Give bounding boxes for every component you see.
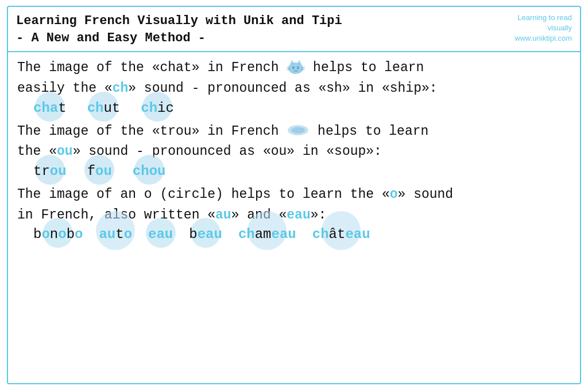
word-chut: chut	[87, 100, 121, 116]
ch-highlight: ch	[113, 81, 129, 96]
title-line1: Learning French Visually with Unik and T…	[16, 14, 342, 28]
ou-highlight: ou	[57, 144, 73, 159]
word-bonobo: bonobo	[33, 227, 83, 242]
word-eau: eau	[148, 227, 173, 242]
svg-point-11	[291, 127, 305, 133]
eau-highlight: eau	[287, 208, 310, 223]
word-chateau: château	[312, 227, 370, 242]
chat-words-row: chat chut chic	[33, 100, 571, 116]
hole-icon	[287, 124, 310, 136]
word-fou: fou	[87, 163, 112, 179]
main-container: Learning French Visually with Unik and T…	[7, 6, 581, 384]
chat-section: The image of the «chat» in French helps …	[17, 58, 571, 119]
trou-section: The image of the «trou» in French helps …	[17, 122, 571, 182]
word-chameau: chameau	[238, 227, 296, 242]
title-line2: - A New and Easy Method -	[16, 31, 206, 45]
header: Learning French Visually with Unik and T…	[8, 7, 580, 52]
main-title: Learning French Visually with Unik and T…	[16, 13, 342, 46]
o-highlight: o	[390, 187, 398, 202]
cat-icon	[287, 58, 305, 75]
svg-point-4	[292, 67, 295, 69]
subtitle-line2: visually	[547, 24, 572, 32]
word-chic: chic	[141, 100, 174, 116]
word-auto: auto	[99, 227, 132, 242]
au-highlight: au	[215, 208, 231, 223]
trou-words-row: trou fou chou	[33, 163, 571, 179]
svg-point-3	[288, 63, 303, 74]
subtitle-line1: Learning to read	[517, 13, 572, 22]
word-chou: chou	[133, 163, 166, 179]
o-words-row: bonobo auto eau	[33, 227, 571, 242]
svg-point-5	[297, 67, 299, 69]
o-section: The image of an o (circle) helps to lear…	[17, 185, 571, 245]
content-area: The image of the «chat» in French helps …	[8, 52, 580, 383]
subtitle: Learning to read visually www.uniktipi.c…	[514, 13, 572, 44]
word-chat: chat	[33, 100, 67, 116]
word-beau: beau	[189, 227, 222, 242]
word-trou: trou	[33, 163, 67, 179]
subtitle-line3: www.uniktipi.com	[514, 34, 572, 42]
